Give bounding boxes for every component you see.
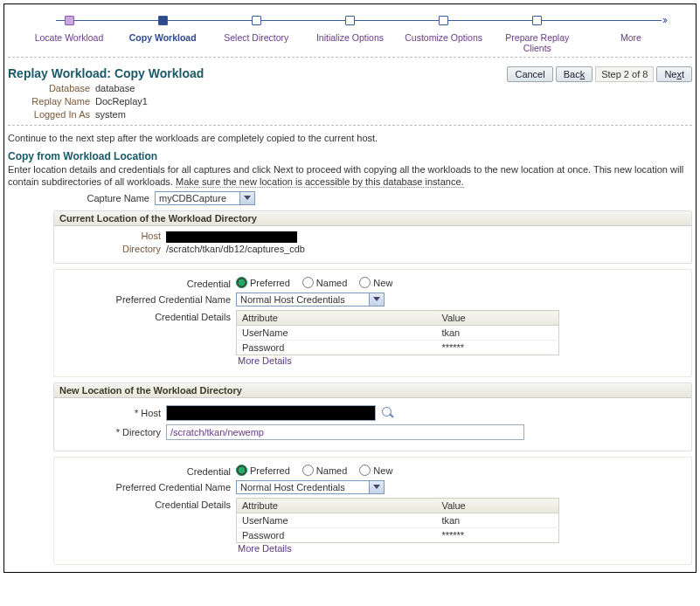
new-directory-input[interactable] [166,424,524,440]
group-current-location-title: Current Location of the Workload Directo… [54,211,691,226]
new-cred-named[interactable]: Named [302,465,347,476]
step-copy-workload[interactable]: Copy Workload [119,10,206,53]
wizard-nav-buttons: Cancel Back Step 2 of 8 Next [507,66,692,82]
radio-preferred[interactable] [236,465,247,476]
cancel-button[interactable]: Cancel [507,66,552,82]
radio-new[interactable] [359,277,371,288]
step-initialize-options[interactable]: Initialize Options [306,10,393,53]
back-button[interactable]: Back [556,66,593,82]
new-cred-new[interactable]: New [359,465,392,476]
replay-name-value: DocReplay1 [95,95,148,108]
step-prepare-replay-clients[interactable]: Prepare Replay Clients [494,10,581,53]
divider [8,125,692,126]
logged-in-value: system [95,108,126,121]
current-cred-preferred[interactable]: Preferred [236,277,290,288]
current-host-value [166,230,297,243]
group-current-location: Current Location of the Workload Directo… [53,210,692,264]
database-value: database [95,82,135,95]
group-new-location-title: New Location of the Workload Directory [54,383,691,398]
current-cred-table: AttributeValue UserNametkan Password****… [236,310,559,355]
current-more-details-link[interactable]: More Details [238,355,292,366]
page-title: Replay Workload: Copy Workload [8,66,204,80]
next-button[interactable]: Next [656,66,692,82]
capture-name-label: Capture Name [8,193,155,203]
current-cred-new[interactable]: New [359,277,392,288]
table-row: UserNametkan [237,513,559,528]
step-indicator: Step 2 of 8 [595,66,654,82]
new-credential-radio: Preferred Named New [236,465,684,476]
current-directory-value: /scratch/tkan/db12/captures_cdb [166,243,305,256]
group-current-credentials: Credential Preferred Named New Preferred… [53,269,692,377]
current-pref-cred-select[interactable]: Normal Host Credentials [236,293,385,306]
new-cred-table: AttributeValue UserNametkan Password****… [236,498,559,543]
step-locate-workload[interactable]: Locate Workload [25,10,113,53]
step-customize-options[interactable]: Customize Options [400,10,488,53]
search-icon[interactable] [381,406,395,420]
new-pref-cred-select[interactable]: Normal Host Credentials [236,480,385,494]
step-select-directory[interactable]: Select Directory [212,10,300,53]
chevron-down-icon [244,196,251,200]
step-more[interactable]: More [587,10,675,53]
group-new-location: New Location of the Workload Directory *… [53,382,692,451]
radio-named[interactable] [302,277,314,288]
instruction-text: Continue to the next step after the work… [8,133,692,143]
table-row: Password****** [237,341,559,355]
new-cred-preferred[interactable]: Preferred [236,465,290,476]
current-cred-named[interactable]: Named [302,277,347,288]
wizard-stepper: ›› Locate Workload Copy Workload Select … [8,10,692,53]
table-row: UserNametkan [237,326,559,341]
section-copy-from-title: Copy from Workload Location [8,150,692,162]
chevron-down-icon [373,297,380,301]
new-more-details-link[interactable]: More Details [238,543,292,554]
new-host-input[interactable] [166,405,376,421]
section-copy-from-sub: Enter location details and credentials f… [8,164,692,188]
current-credential-radio: Preferred Named New [236,277,684,288]
group-new-credentials: Credential Preferred Named New Preferred… [53,457,692,565]
radio-preferred[interactable] [236,277,247,288]
divider [8,57,692,58]
radio-named[interactable] [302,465,314,476]
radio-new[interactable] [359,465,371,476]
chevron-down-icon [373,485,380,489]
table-row: Password****** [237,528,559,543]
capture-name-select[interactable]: myCDBCapture [155,191,255,205]
